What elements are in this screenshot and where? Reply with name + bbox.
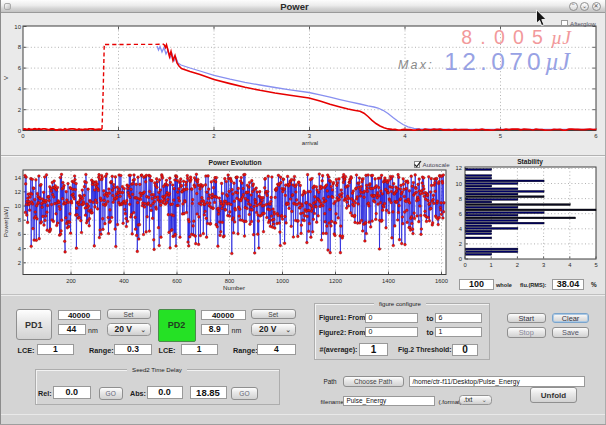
svg-text:6: 6: [594, 133, 598, 139]
svg-text:400: 400: [119, 278, 129, 284]
svg-text:5: 5: [499, 133, 503, 139]
svg-text:10: 10: [15, 203, 21, 209]
svg-text:0: 0: [463, 262, 466, 268]
svg-text:1600: 1600: [435, 278, 448, 284]
svg-text:2: 2: [18, 107, 22, 113]
svg-text:Power[uW]: Power[uW]: [2, 207, 9, 238]
svg-text:4: 4: [18, 86, 22, 92]
svg-text:8: 8: [18, 217, 21, 223]
svg-text:800: 800: [225, 278, 235, 284]
svg-text:3: 3: [308, 133, 312, 139]
svg-text:Number: Number: [223, 284, 245, 291]
svg-text:8: 8: [459, 196, 462, 202]
svg-text:4: 4: [459, 226, 463, 232]
svg-text:14: 14: [15, 175, 22, 181]
svg-text:12: 12: [15, 189, 21, 195]
svg-text:5: 5: [594, 262, 597, 268]
svg-text:6: 6: [18, 231, 21, 237]
svg-text:2: 2: [18, 260, 21, 266]
svg-text:Stability: Stability: [517, 158, 543, 166]
svg-text:4: 4: [18, 246, 22, 252]
svg-text:600: 600: [172, 278, 182, 284]
svg-text:10: 10: [456, 181, 462, 187]
svg-text:1000: 1000: [276, 278, 289, 284]
svg-text:12: 12: [456, 165, 462, 171]
svg-text:2: 2: [212, 133, 216, 139]
svg-text:4: 4: [568, 262, 572, 268]
svg-text:2: 2: [459, 241, 462, 247]
svg-text:arrival: arrival: [302, 140, 318, 146]
svg-text:1200: 1200: [329, 278, 342, 284]
svg-text:3: 3: [542, 262, 545, 268]
svg-text:0: 0: [21, 133, 25, 139]
svg-text:1: 1: [490, 262, 493, 268]
svg-text:200: 200: [66, 278, 76, 284]
svg-text:4: 4: [403, 133, 407, 139]
svg-text:V: V: [3, 76, 9, 80]
svg-text:1400: 1400: [382, 278, 395, 284]
svg-text:2: 2: [516, 262, 519, 268]
svg-text:1: 1: [117, 133, 121, 139]
svg-text:0: 0: [459, 256, 462, 262]
svg-text:6: 6: [459, 211, 462, 217]
